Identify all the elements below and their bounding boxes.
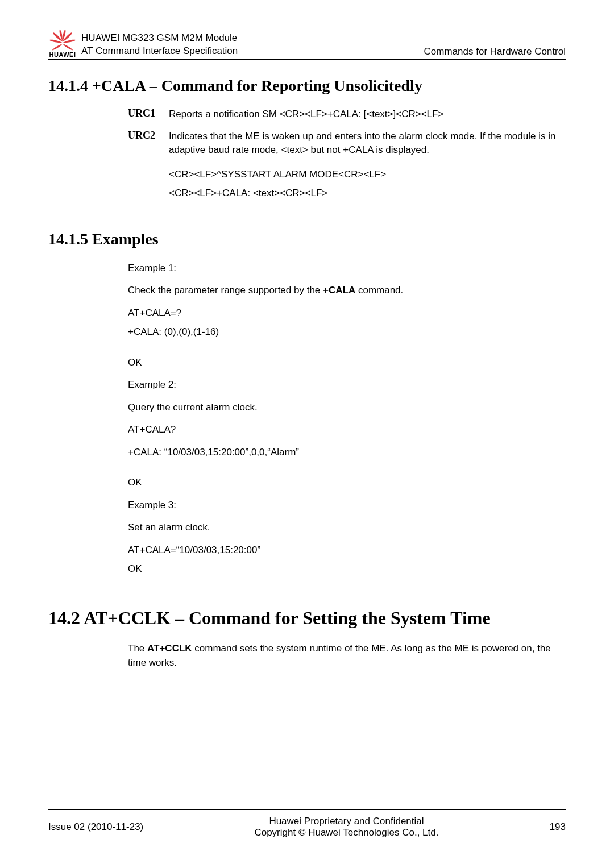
urc2-line2: <CR><LF>+CALA: <text><CR><LF> <box>169 185 566 202</box>
huawei-logo: HUAWEI <box>48 28 77 58</box>
ok-3: OK <box>128 562 566 576</box>
heading-14-1-5: 14.1.5 Examples <box>48 230 566 248</box>
example2-desc: Query the current alarm clock. <box>128 400 566 415</box>
huawei-flower-icon <box>48 28 77 52</box>
header-titles: HUAWEI MG323 GSM M2M Module AT Command I… <box>81 32 424 58</box>
example1-desc: Check the parameter range supported by t… <box>128 283 566 298</box>
example3-label: Example 3: <box>128 498 566 513</box>
example1-cmd1: AT+CALA=? <box>128 306 566 321</box>
ok-1: OK <box>128 355 566 370</box>
heading-14-2: 14.2 AT+CCLK – Command for Setting the S… <box>48 608 566 629</box>
urc2-line1: <CR><LF>^SYSSTART ALARM MODE<CR><LF> <box>169 167 566 183</box>
example3-desc: Set an alarm clock. <box>128 520 566 535</box>
doc-title-line2: AT Command Interface Specification <box>81 45 424 58</box>
example3-cmd1: AT+CALA=“10/03/03,15:20:00” <box>128 543 566 558</box>
urc2-row: URC2 Indicates that the ME is waken up a… <box>128 130 566 157</box>
doc-title-line1: HUAWEI MG323 GSM M2M Module <box>81 32 424 45</box>
footer-page-number: 193 <box>550 821 566 833</box>
footer-issue: Issue 02 (2010-11-23) <box>48 821 143 833</box>
cclk-body: The AT+CCLK command sets the system runt… <box>128 641 566 670</box>
example2-cmd2: +CALA: “10/03/03,15:20:00”,0,0,“Alarm” <box>128 445 566 460</box>
page-header: HUAWEI HUAWEI MG323 GSM M2M Module AT Co… <box>48 28 566 60</box>
page-footer: Issue 02 (2010-11-23) Huawei Proprietary… <box>48 809 566 838</box>
urc1-body: Reports a notification SM <CR><LF>+CALA:… <box>169 107 443 122</box>
chapter-title: Commands for Hardware Control <box>424 46 566 58</box>
huawei-logo-text: HUAWEI <box>49 51 76 58</box>
example1-cmd2: +CALA: (0),(0),(1-16) <box>128 325 566 339</box>
urc1-label: URC1 <box>128 107 169 119</box>
example2-cmd1: AT+CALA? <box>128 422 566 437</box>
urc2-label: URC2 <box>128 130 169 142</box>
footer-center: Huawei Proprietary and Confidential Copy… <box>143 816 549 838</box>
urc1-row: URC1 Reports a notification SM <CR><LF>+… <box>128 107 566 122</box>
ok-2: OK <box>128 475 566 490</box>
example2-label: Example 2: <box>128 377 566 392</box>
heading-14-1-4: 14.1.4 +CALA – Command for Reporting Uns… <box>48 77 566 95</box>
example1-label: Example 1: <box>128 261 566 276</box>
urc2-body: Indicates that the ME is waken up and en… <box>169 130 566 157</box>
